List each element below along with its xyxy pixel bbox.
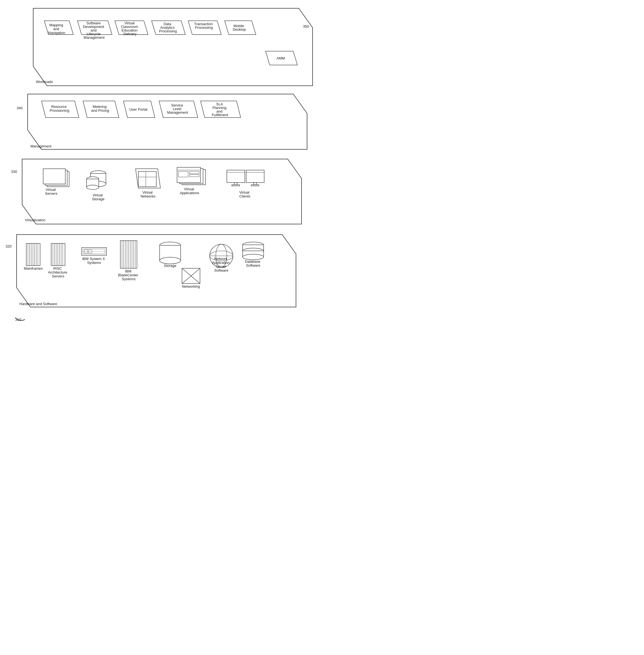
hardware-label: Hardware and Software [19,302,57,306]
layer-340-label: 340 [17,106,23,110]
svg-rect-38 [232,185,239,186]
virtualization-label: Virtualization [25,218,45,222]
risc-icon [51,243,65,265]
layer-320-label: 320 [5,244,12,249]
networking-icon [182,268,200,283]
label-networking: Networking [182,284,200,288]
svg-rect-30 [177,167,201,183]
label-database-software: Database Software [245,259,261,267]
label-virtual-storage: Virtual Storage [92,193,105,201]
layer-350-label: 350 [303,24,309,28]
ibm-bladecenter-icon [120,241,137,268]
svg-marker-0 [33,8,313,86]
svg-rect-42 [251,185,259,186]
label-storage: Storage [164,264,177,268]
workloads-label: Workloads [36,80,53,84]
item-transaction: Transaction Processing [194,22,213,30]
label-virtual-clients: Virtual Clients [239,190,250,198]
layer-330-label: 330 [11,169,17,174]
svg-rect-17 [43,169,65,184]
svg-rect-39 [246,170,264,183]
management-label: Management [30,144,51,148]
svg-rect-35 [227,170,245,183]
svg-rect-37 [234,183,237,185]
svg-rect-41 [254,183,256,185]
virtual-applications-icon [177,167,206,185]
label-virtual-networks: Virtual Networks [140,190,156,198]
database-software-icon [243,242,263,260]
item-resource-provisioning: Resource Provisioning [50,104,69,113]
mainframes-icon [26,243,40,265]
item-mobile-desktop: Mobile Desktop [233,24,246,31]
item-user-portal: User Portal [129,107,147,112]
storage-icon [160,242,181,264]
svg-point-89 [243,254,263,260]
svg-point-77 [160,257,181,264]
diagram-container: Workloads 350 Mapping and Navigation Sof… [0,0,322,327]
virtual-servers-icon [43,169,69,187]
ibm-systemx-icon [82,248,107,255]
item-metering: Metering and Pricing [91,104,109,113]
label-mainframes: Mainframes [24,266,43,271]
svg-rect-24 [138,171,156,187]
svg-point-23 [87,185,99,189]
label-virtual-servers: Virtual Servers [45,188,58,195]
label-network-app: Network Application Server Software [212,257,230,273]
item-amm: AMM [277,56,285,60]
